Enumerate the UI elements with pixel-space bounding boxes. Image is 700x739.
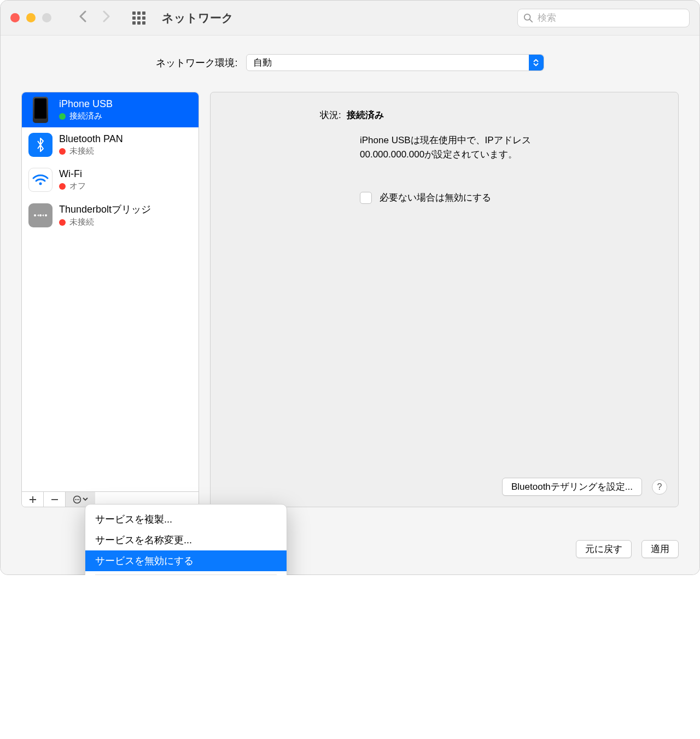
status-description: iPhone USBは現在使用中で、IPアドレス00.000.000.000が設… (360, 133, 579, 161)
status-dot-icon (59, 148, 66, 155)
bluetooth-tethering-setup-button[interactable]: Bluetoothテザリングを設定... (502, 478, 642, 496)
search-placeholder: 検索 (538, 11, 556, 24)
menu-duplicate-service[interactable]: サービスを複製... (85, 509, 287, 530)
service-name: Wi-Fi (59, 168, 86, 180)
iphone-icon (28, 98, 52, 122)
apply-button[interactable]: 適用 (641, 540, 679, 558)
service-item-thunderbolt-bridge[interactable]: Thunderboltブリッジ 未接続 (22, 197, 199, 233)
bluetooth-icon (28, 133, 52, 157)
service-item-iphone-usb[interactable]: iPhone USB 接続済み (22, 92, 199, 127)
svg-point-3 (34, 214, 36, 216)
location-value: 自動 (253, 56, 272, 69)
disable-if-not-needed-checkbox[interactable] (360, 192, 372, 204)
back-button[interactable] (79, 10, 86, 26)
forward-button[interactable] (103, 10, 110, 26)
svg-point-2 (39, 183, 42, 185)
svg-point-7 (75, 499, 76, 500)
remove-service-button[interactable] (44, 492, 66, 507)
service-item-wifi[interactable]: Wi-Fi オフ (22, 162, 199, 197)
thunderbolt-icon (28, 203, 52, 227)
service-item-bluetooth-pan[interactable]: Bluetooth PAN 未接続 (22, 127, 199, 162)
minimize-window-button[interactable] (26, 13, 36, 22)
status-dot-icon (59, 113, 66, 120)
add-service-button[interactable] (22, 492, 44, 507)
help-button[interactable]: ? (652, 479, 667, 495)
service-name: Bluetooth PAN (59, 133, 123, 145)
status-label: 状況: (320, 109, 341, 121)
menu-separator (95, 574, 277, 575)
svg-point-5 (45, 214, 47, 216)
window-title: ネットワーク (162, 10, 234, 26)
service-sidebar: iPhone USB 接続済み Bluetooth PAN 未接続 (21, 92, 199, 507)
content-area: ネットワーク環境: 自動 iPhone USB 接続済み (1, 36, 699, 574)
service-name: iPhone USB (59, 98, 113, 110)
svg-point-4 (39, 214, 42, 216)
revert-button[interactable]: 元に戻す (576, 540, 632, 558)
svg-line-1 (530, 19, 533, 22)
zoom-window-button (42, 13, 51, 22)
menu-rename-service[interactable]: サービスを名称変更... (85, 530, 287, 550)
search-icon (523, 13, 533, 23)
show-all-button[interactable] (132, 11, 145, 25)
service-list: iPhone USB 接続済み Bluetooth PAN 未接続 (22, 92, 199, 491)
service-details: 状況: 接続済み iPhone USBは現在使用中で、IPアドレス00.000.… (210, 92, 679, 507)
location-label: ネットワーク環境: (156, 56, 237, 69)
location-select[interactable]: 自動 (246, 54, 544, 71)
search-field[interactable]: 検索 (517, 9, 690, 27)
network-preferences-window: ネットワーク 検索 ネットワーク環境: 自動 (0, 0, 700, 575)
close-window-button[interactable] (10, 13, 20, 22)
chevron-down-icon (83, 497, 88, 501)
status-dot-icon (59, 219, 66, 226)
svg-point-8 (77, 499, 78, 500)
status-value: 接続済み (347, 109, 384, 121)
svg-point-9 (78, 499, 79, 500)
ellipsis-circle-icon (73, 495, 81, 504)
select-stepper-icon (529, 55, 544, 71)
titlebar: ネットワーク 検索 (1, 1, 699, 36)
status-dot-icon (59, 183, 66, 190)
traffic-lights (10, 13, 51, 22)
location-row: ネットワーク環境: 自動 (21, 54, 679, 71)
service-actions-menu: サービスを複製... サービスを名称変更... サービスを無効にする サービスの… (85, 504, 287, 575)
service-name: Thunderboltブリッジ (59, 203, 151, 216)
nav-buttons (79, 10, 110, 26)
menu-disable-service[interactable]: サービスを無効にする (85, 550, 287, 571)
wifi-icon (28, 168, 52, 192)
checkbox-label: 必要ない場合は無効にする (380, 191, 491, 204)
svg-point-0 (524, 14, 530, 20)
